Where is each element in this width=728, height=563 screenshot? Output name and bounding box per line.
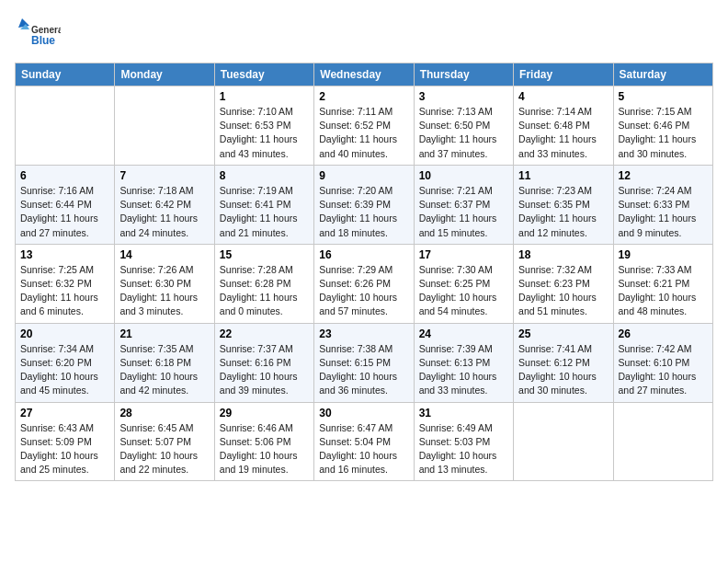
weekday-header: Wednesday (314, 63, 414, 86)
day-number: 31 (419, 407, 508, 419)
calendar-cell: 12Sunrise: 7:24 AMSunset: 6:33 PMDayligh… (613, 165, 712, 244)
day-number: 22 (220, 327, 309, 340)
calendar-cell: 18Sunrise: 7:32 AMSunset: 6:23 PMDayligh… (514, 244, 613, 323)
calendar-cell: 26Sunrise: 7:42 AMSunset: 6:10 PMDayligh… (613, 323, 712, 402)
day-number: 23 (319, 327, 408, 340)
calendar-cell: 23Sunrise: 7:38 AMSunset: 6:15 PMDayligh… (314, 323, 414, 402)
calendar-cell: 16Sunrise: 7:29 AMSunset: 6:26 PMDayligh… (314, 244, 414, 323)
svg-text:Blue: Blue (31, 34, 55, 47)
cell-content: Sunrise: 6:47 AMSunset: 5:04 PMDaylight:… (319, 421, 408, 477)
day-number: 7 (119, 169, 209, 182)
calendar-cell: 10Sunrise: 7:21 AMSunset: 6:37 PMDayligh… (414, 165, 513, 244)
day-number: 16 (319, 248, 408, 261)
calendar-cell: 25Sunrise: 7:41 AMSunset: 6:12 PMDayligh… (514, 323, 613, 402)
weekday-header: Saturday (613, 63, 712, 86)
cell-content: Sunrise: 7:21 AMSunset: 6:37 PMDaylight:… (419, 184, 508, 240)
calendar-cell: 31Sunrise: 6:49 AMSunset: 5:03 PMDayligh… (414, 402, 513, 481)
weekday-header: Friday (514, 63, 613, 86)
cell-content: Sunrise: 6:46 AMSunset: 5:06 PMDaylight:… (220, 421, 309, 477)
weekday-header: Sunday (16, 63, 115, 86)
calendar-cell: 28Sunrise: 6:45 AMSunset: 5:07 PMDayligh… (115, 402, 214, 481)
calendar-cell: 3Sunrise: 7:13 AMSunset: 6:50 PMDaylight… (414, 86, 513, 166)
day-number: 5 (619, 90, 708, 103)
calendar-cell (613, 402, 712, 481)
cell-content: Sunrise: 6:43 AMSunset: 5:09 PMDaylight:… (20, 421, 109, 477)
calendar-cell: 29Sunrise: 6:46 AMSunset: 5:06 PMDayligh… (214, 402, 313, 481)
day-number: 25 (518, 327, 608, 340)
day-number: 4 (518, 90, 608, 103)
cell-content: Sunrise: 7:28 AMSunset: 6:28 PMDaylight:… (220, 263, 309, 319)
calendar-cell: 15Sunrise: 7:28 AMSunset: 6:28 PMDayligh… (214, 244, 313, 323)
day-number: 12 (619, 169, 708, 182)
cell-content: Sunrise: 7:34 AMSunset: 6:20 PMDaylight:… (20, 342, 109, 398)
day-number: 30 (319, 407, 408, 419)
cell-content: Sunrise: 7:33 AMSunset: 6:21 PMDaylight:… (619, 263, 708, 319)
calendar-cell: 2Sunrise: 7:11 AMSunset: 6:52 PMDaylight… (314, 86, 414, 166)
cell-content: Sunrise: 7:10 AMSunset: 6:53 PMDaylight:… (220, 105, 309, 161)
cell-content: Sunrise: 7:39 AMSunset: 6:13 PMDaylight:… (419, 342, 508, 398)
day-number: 3 (419, 90, 508, 103)
cell-content: Sunrise: 7:37 AMSunset: 6:16 PMDaylight:… (220, 342, 309, 398)
cell-content: Sunrise: 7:16 AMSunset: 6:44 PMDaylight:… (20, 184, 109, 240)
calendar-cell: 19Sunrise: 7:33 AMSunset: 6:21 PMDayligh… (613, 244, 712, 323)
cell-content: Sunrise: 7:23 AMSunset: 6:35 PMDaylight:… (518, 184, 608, 240)
cell-content: Sunrise: 7:42 AMSunset: 6:10 PMDaylight:… (619, 342, 708, 398)
cell-content: Sunrise: 7:35 AMSunset: 6:18 PMDaylight:… (119, 342, 209, 398)
calendar-cell: 20Sunrise: 7:34 AMSunset: 6:20 PMDayligh… (16, 323, 115, 402)
calendar-week-row: 6Sunrise: 7:16 AMSunset: 6:44 PMDaylight… (16, 165, 713, 244)
day-number: 13 (20, 248, 109, 261)
cell-content: Sunrise: 7:14 AMSunset: 6:48 PMDaylight:… (518, 105, 608, 161)
day-number: 8 (220, 169, 309, 182)
weekday-header: Monday (115, 63, 214, 86)
calendar-cell: 30Sunrise: 6:47 AMSunset: 5:04 PMDayligh… (314, 402, 414, 481)
cell-content: Sunrise: 7:29 AMSunset: 6:26 PMDaylight:… (319, 263, 408, 319)
day-number: 24 (419, 327, 508, 340)
day-number: 14 (119, 248, 209, 261)
cell-content: Sunrise: 7:15 AMSunset: 6:46 PMDaylight:… (619, 105, 708, 161)
calendar-cell: 11Sunrise: 7:23 AMSunset: 6:35 PMDayligh… (514, 165, 613, 244)
calendar-week-row: 13Sunrise: 7:25 AMSunset: 6:32 PMDayligh… (16, 244, 713, 323)
cell-content: Sunrise: 7:32 AMSunset: 6:23 PMDaylight:… (518, 263, 608, 319)
day-number: 19 (619, 248, 708, 261)
weekday-header: Tuesday (214, 63, 313, 86)
cell-content: Sunrise: 7:41 AMSunset: 6:12 PMDaylight:… (518, 342, 608, 398)
cell-content: Sunrise: 7:26 AMSunset: 6:30 PMDaylight:… (119, 263, 209, 319)
day-number: 26 (619, 327, 708, 340)
cell-content: Sunrise: 7:19 AMSunset: 6:41 PMDaylight:… (220, 184, 309, 240)
calendar-cell (115, 86, 214, 166)
day-number: 10 (419, 169, 508, 182)
day-number: 20 (20, 327, 109, 340)
day-number: 21 (119, 327, 209, 340)
calendar-cell (16, 86, 115, 166)
calendar-cell: 14Sunrise: 7:26 AMSunset: 6:30 PMDayligh… (115, 244, 214, 323)
day-number: 28 (119, 407, 209, 419)
calendar-cell: 7Sunrise: 7:18 AMSunset: 6:42 PMDaylight… (115, 165, 214, 244)
calendar-cell: 27Sunrise: 6:43 AMSunset: 5:09 PMDayligh… (16, 402, 115, 481)
calendar-week-row: 20Sunrise: 7:34 AMSunset: 6:20 PMDayligh… (16, 323, 713, 402)
calendar-cell: 6Sunrise: 7:16 AMSunset: 6:44 PMDaylight… (16, 165, 115, 244)
calendar-cell: 1Sunrise: 7:10 AMSunset: 6:53 PMDaylight… (214, 86, 313, 166)
cell-content: Sunrise: 7:30 AMSunset: 6:25 PMDaylight:… (419, 263, 508, 319)
cell-content: Sunrise: 7:13 AMSunset: 6:50 PMDaylight:… (419, 105, 508, 161)
cell-content: Sunrise: 7:20 AMSunset: 6:39 PMDaylight:… (319, 184, 408, 240)
calendar-table: SundayMondayTuesdayWednesdayThursdayFrid… (15, 63, 713, 481)
day-number: 2 (319, 90, 408, 103)
calendar-cell: 13Sunrise: 7:25 AMSunset: 6:32 PMDayligh… (16, 244, 115, 323)
day-number: 1 (220, 90, 309, 103)
calendar-cell: 8Sunrise: 7:19 AMSunset: 6:41 PMDaylight… (214, 165, 313, 244)
cell-content: Sunrise: 7:18 AMSunset: 6:42 PMDaylight:… (119, 184, 209, 240)
calendar-cell (514, 402, 613, 481)
calendar-cell: 9Sunrise: 7:20 AMSunset: 6:39 PMDaylight… (314, 165, 414, 244)
cell-content: Sunrise: 6:49 AMSunset: 5:03 PMDaylight:… (419, 421, 508, 477)
day-number: 27 (20, 407, 109, 419)
logo: General Blue (15, 15, 61, 55)
day-number: 15 (220, 248, 309, 261)
calendar-week-row: 1Sunrise: 7:10 AMSunset: 6:53 PMDaylight… (16, 86, 713, 166)
calendar-cell: 24Sunrise: 7:39 AMSunset: 6:13 PMDayligh… (414, 323, 513, 402)
day-number: 29 (220, 407, 309, 419)
day-number: 11 (518, 169, 608, 182)
page-header: General Blue (15, 15, 713, 55)
calendar-cell: 21Sunrise: 7:35 AMSunset: 6:18 PMDayligh… (115, 323, 214, 402)
logo-svg: General Blue (15, 15, 61, 55)
calendar-cell: 5Sunrise: 7:15 AMSunset: 6:46 PMDaylight… (613, 86, 712, 166)
